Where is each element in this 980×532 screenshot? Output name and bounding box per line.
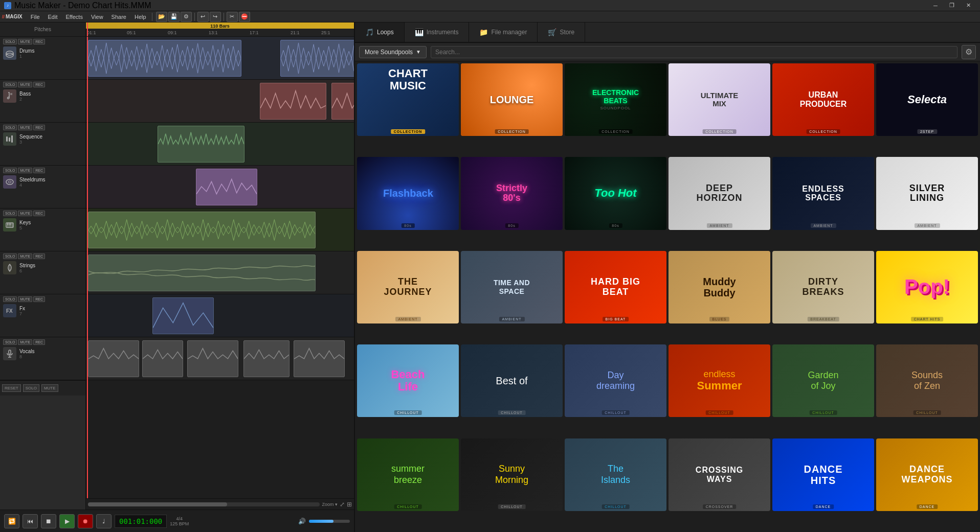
card-deep-horizon[interactable]: DEEPHORIZON AMBIENT	[669, 157, 770, 229]
save-btn[interactable]: 💾	[168, 12, 180, 22]
clip-vocals-1[interactable]	[88, 340, 139, 377]
solo-fx[interactable]: SOLO	[3, 296, 17, 302]
card-beach-life[interactable]: BeachLife CHILLOUT	[357, 344, 459, 417]
cut-btn[interactable]: ✂	[227, 12, 238, 22]
mute-drums[interactable]: MUTE	[18, 39, 32, 44]
menu-help[interactable]: Help	[130, 13, 150, 21]
card-sounds-of-zen[interactable]: Soundsof Zen CHILLOUT	[876, 344, 978, 417]
rec-seq[interactable]: REC	[33, 125, 45, 130]
record-btn[interactable]: ⏺	[78, 514, 93, 528]
mute-vocals[interactable]: MUTE	[18, 339, 32, 345]
menu-effects[interactable]: Effects	[62, 13, 87, 21]
card-endless-spaces[interactable]: ENDLESSSPACES AMBIENT	[772, 157, 874, 229]
card-silver-lining[interactable]: SILVERLINING AMBIENT	[876, 157, 978, 229]
solo-drums[interactable]: SOLO	[3, 39, 17, 44]
menu-edit[interactable]: Edit	[44, 13, 62, 21]
clip-drums-1[interactable]	[88, 40, 241, 77]
tracks-lanes[interactable]	[86, 37, 354, 498]
titlebar-controls[interactable]: ─ ❐ ✕	[928, 1, 976, 11]
lane-keys[interactable]	[86, 209, 354, 251]
card-flashback[interactable]: Flashback 80s	[357, 157, 459, 229]
soundpool-settings-btn[interactable]: ⚙	[962, 45, 976, 59]
clip-strings-1[interactable]	[88, 255, 316, 291]
mute-seq[interactable]: MUTE	[18, 125, 32, 130]
lane-steel[interactable]	[86, 166, 354, 209]
loop-btn[interactable]: 🔁	[4, 514, 19, 528]
card-garden-of-joy[interactable]: Gardenof Joy CHILLOUT	[772, 344, 874, 417]
rec-vocals[interactable]: REC	[33, 339, 45, 345]
card-summer-breeze[interactable]: summerbreeze CHILLOUT	[357, 438, 459, 511]
menu-view[interactable]: View	[87, 13, 107, 21]
card-electronic-beats[interactable]: ELECTRONICBEATS SOUNDPOOL COLLECTION	[565, 63, 666, 136]
volume-slider[interactable]	[309, 520, 350, 523]
card-strictly-80s[interactable]: Strictly80's 80s	[461, 157, 563, 229]
rec-strings[interactable]: REC	[33, 253, 45, 259]
play-btn[interactable]: ▶	[59, 514, 75, 528]
card-best-of[interactable]: Best of CHILLOUT	[461, 344, 563, 417]
card-dance-weapons[interactable]: DANCEWEAPONS DANCE	[876, 438, 978, 511]
card-crossing-ways[interactable]: CROSSINGWAYS CROSSOVER	[669, 438, 770, 511]
clip-vocals-5[interactable]	[294, 340, 345, 377]
card-hard-big-beat[interactable]: HARD BIGBEAT BIG BEAT	[565, 251, 666, 323]
clip-steel-1[interactable]	[196, 169, 257, 205]
soundpool-search-input[interactable]	[431, 46, 957, 58]
solo-strings[interactable]: SOLO	[3, 253, 17, 259]
clip-vocals-3[interactable]	[187, 340, 238, 377]
mute-strings[interactable]: MUTE	[18, 253, 32, 259]
mute-keys[interactable]: MUTE	[18, 211, 32, 216]
lane-strings[interactable]	[86, 251, 354, 294]
rec-fx[interactable]: REC	[33, 296, 45, 302]
stop-btn[interactable]: ⏹	[41, 514, 56, 528]
open-file-btn[interactable]: 📂	[156, 12, 167, 22]
mute-bass[interactable]: MUTE	[18, 82, 32, 87]
rec-bass[interactable]: REC	[33, 82, 45, 87]
card-urban-producer[interactable]: URBANPRODUCER COLLECTION	[772, 63, 874, 136]
rec-drums[interactable]: REC	[33, 39, 45, 44]
reset-btn[interactable]: RESET	[2, 384, 21, 392]
clip-bass-1[interactable]	[260, 83, 326, 120]
timeline[interactable]: 110 Bars 01:1 05:1 09:1 13:1 17:1 21:1 2…	[86, 22, 354, 37]
card-too-hot[interactable]: Too Hot 80s	[565, 157, 666, 229]
tab-loops[interactable]: 🎵 Loops	[355, 22, 405, 42]
card-endless-summer[interactable]: endlessSummer CHILLOUT	[669, 344, 770, 417]
settings-btn[interactable]: ⚙	[181, 12, 192, 22]
solo-keys[interactable]: SOLO	[3, 211, 17, 216]
tab-store[interactable]: 🛒 Store	[538, 22, 585, 42]
undo-btn[interactable]: ↩	[197, 12, 209, 22]
close-button[interactable]: ✕	[961, 1, 976, 11]
clip-vocals-2[interactable]	[142, 340, 183, 377]
mute-all-btn[interactable]: MUTE	[41, 384, 58, 392]
clip-fx-1[interactable]	[152, 297, 214, 334]
clip-seq-1[interactable]	[158, 126, 244, 163]
clip-keys-1[interactable]	[88, 212, 316, 248]
menu-share[interactable]: Share	[107, 13, 130, 21]
tab-instruments[interactable]: 🎹 Instruments	[405, 22, 470, 42]
clip-vocals-4[interactable]	[243, 340, 289, 377]
card-muddy-buddy[interactable]: MuddyBuddy BLUES	[669, 251, 770, 323]
card-selecta[interactable]: Selecta 2STEP	[876, 63, 978, 136]
card-chart-music[interactable]: CHARTMUSIC COLLECTION	[357, 63, 459, 136]
card-the-islands[interactable]: TheIslands CHILLOUT	[565, 438, 666, 511]
mute-steel[interactable]: MUTE	[18, 168, 32, 173]
scroll-thumb[interactable]	[88, 502, 227, 506]
solo-all-btn[interactable]: SOLO	[23, 384, 39, 392]
rewind-btn[interactable]: ⏮	[23, 514, 38, 528]
card-ultimate-mix[interactable]: ULTIMATEMIX COLLECTION	[669, 63, 770, 136]
mute-fx[interactable]: MUTE	[18, 296, 32, 302]
tab-file-manager[interactable]: 📁 File manager	[469, 22, 538, 42]
card-dirty-breaks[interactable]: DIRTYBREAKS BREAKBEAT	[772, 251, 874, 323]
card-lounge[interactable]: LOUNGE COLLECTION	[461, 63, 563, 136]
card-day-dreaming[interactable]: Daydreaming CHILLOUT	[565, 344, 666, 417]
card-the-journey[interactable]: THEJOURNEY AMBIENT	[357, 251, 459, 323]
metronome-btn[interactable]: ♩	[96, 514, 112, 528]
rec-steel[interactable]: REC	[33, 168, 45, 173]
solo-steel[interactable]: SOLO	[3, 168, 17, 173]
lane-drums[interactable]	[86, 37, 354, 80]
clip-bass-2[interactable]	[331, 83, 354, 120]
rec-keys[interactable]: REC	[33, 211, 45, 216]
lane-bass[interactable]	[86, 80, 354, 123]
solo-bass[interactable]: SOLO	[3, 82, 17, 87]
solo-vocals[interactable]: SOLO	[3, 339, 17, 345]
card-pop[interactable]: Pop! CHART HITS	[876, 251, 978, 323]
fit-btn[interactable]: ⤢	[340, 501, 345, 508]
